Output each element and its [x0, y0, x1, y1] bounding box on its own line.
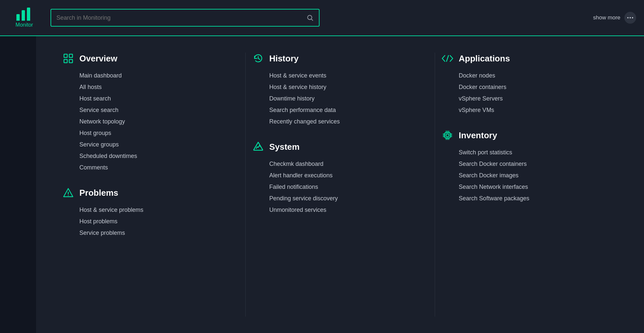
vsphere-servers-link[interactable]: vSphere Servers: [459, 95, 611, 102]
svg-line-1: [311, 19, 313, 20]
overview-title: Overview: [79, 54, 117, 64]
host-problems-link[interactable]: Host problems: [79, 218, 232, 225]
scheduled-downtimes-link[interactable]: Scheduled downtimes: [79, 153, 232, 160]
list-item: Docker nodes: [459, 72, 611, 79]
history-icon: [252, 53, 264, 64]
switch-port-statistics-link[interactable]: Switch port statistics: [459, 149, 611, 156]
pending-service-discovery-link[interactable]: Pending service discovery: [269, 195, 422, 202]
history-title: History: [269, 54, 299, 64]
svg-rect-5: [64, 54, 67, 57]
system-title: System: [269, 142, 300, 152]
applications-title: Applications: [459, 54, 510, 64]
column-overview: Overview Main dashboard All hosts Host s…: [56, 53, 245, 317]
list-item: Service groups: [79, 141, 232, 148]
search-software-packages-link[interactable]: Search Software packages: [459, 195, 611, 202]
vsphere-vms-link[interactable]: vSphere VMs: [459, 107, 611, 114]
list-item: Search Docker containers: [459, 161, 611, 167]
svg-point-3: [630, 17, 631, 18]
section-inventory: Inventory Switch port statistics Search …: [442, 129, 611, 202]
list-item: Search Network interfaces: [459, 184, 611, 190]
list-item: Host problems: [79, 218, 232, 225]
comments-link[interactable]: Comments: [79, 164, 232, 171]
host-search-link[interactable]: Host search: [79, 95, 232, 102]
history-items: Host & service events Host & service his…: [252, 72, 422, 125]
host-service-history-link[interactable]: Host & service history: [269, 84, 422, 91]
problems-header: Problems: [62, 187, 232, 199]
svg-rect-14: [445, 133, 450, 138]
list-item: Unmonitored services: [269, 207, 422, 213]
svg-point-4: [632, 17, 633, 18]
svg-rect-7: [64, 59, 67, 63]
header: Monitor show more: [0, 0, 644, 36]
search-container: [51, 9, 320, 27]
search-docker-images-link[interactable]: Search Docker images: [459, 172, 611, 179]
host-service-problems-link[interactable]: Host & service problems: [79, 207, 232, 213]
list-item: Docker containers: [459, 84, 611, 91]
all-hosts-link[interactable]: All hosts: [79, 84, 232, 91]
alert-handler-executions-link[interactable]: Alert handler executions: [269, 172, 422, 179]
chart-icon: [252, 141, 264, 153]
problems-items: Host & service problems Host problems Se…: [62, 207, 232, 236]
system-items: Checkmk dashboard Alert handler executio…: [252, 161, 422, 213]
checkmk-dashboard-link[interactable]: Checkmk dashboard: [269, 161, 422, 167]
list-item: Failed notifications: [269, 184, 422, 190]
list-item: Search Software packages: [459, 195, 611, 202]
logo-area: Monitor: [8, 8, 41, 28]
recently-changed-services-link[interactable]: Recently changed services: [269, 118, 422, 125]
column-history: History Host & service events Host & ser…: [245, 53, 435, 317]
svg-line-13: [447, 56, 448, 61]
chip-icon: [442, 129, 453, 141]
svg-point-10: [68, 195, 69, 196]
column-applications: Applications Docker nodes Docker contain…: [435, 53, 624, 317]
history-header: History: [252, 53, 422, 64]
network-topology-link[interactable]: Network topology: [79, 118, 232, 125]
search-network-interfaces-link[interactable]: Search Network interfaces: [459, 184, 611, 190]
inventory-title: Inventory: [459, 130, 497, 141]
section-system: System Checkmk dashboard Alert handler e…: [252, 141, 422, 213]
list-item: Search performance data: [269, 107, 422, 114]
service-search-link[interactable]: Service search: [79, 107, 232, 114]
grid-icon: [62, 53, 74, 64]
downtime-history-link[interactable]: Downtime history: [269, 95, 422, 102]
list-item: Service search: [79, 107, 232, 114]
monitor-logo-icon: [16, 8, 32, 21]
host-service-events-link[interactable]: Host & service events: [269, 72, 422, 79]
docker-nodes-link[interactable]: Docker nodes: [459, 72, 611, 79]
search-performance-data-link[interactable]: Search performance data: [269, 107, 422, 114]
list-item: Checkmk dashboard: [269, 161, 422, 167]
list-item: Host & service events: [269, 72, 422, 79]
search-input[interactable]: [56, 14, 304, 21]
section-applications: Applications Docker nodes Docker contain…: [442, 53, 611, 114]
section-history: History Host & service events Host & ser…: [252, 53, 422, 125]
list-item: Pending service discovery: [269, 195, 422, 202]
list-item: Recently changed services: [269, 118, 422, 125]
warning-icon: [62, 187, 74, 199]
inventory-items: Switch port statistics Search Docker con…: [442, 149, 611, 202]
list-item: Host search: [79, 95, 232, 102]
problems-title: Problems: [79, 188, 118, 198]
applications-header: Applications: [442, 53, 611, 64]
main-dashboard-link[interactable]: Main dashboard: [79, 72, 232, 79]
list-item: Network topology: [79, 118, 232, 125]
list-item: Downtime history: [269, 95, 422, 102]
unmonitored-services-link[interactable]: Unmonitored services: [269, 207, 422, 213]
service-problems-link[interactable]: Service problems: [79, 230, 232, 236]
list-item: Comments: [79, 164, 232, 171]
docker-containers-link[interactable]: Docker containers: [459, 84, 611, 91]
show-more-button[interactable]: [624, 12, 636, 24]
search-docker-containers-link[interactable]: Search Docker containers: [459, 161, 611, 167]
svg-rect-15: [446, 134, 449, 137]
svg-point-2: [627, 17, 629, 18]
failed-notifications-link[interactable]: Failed notifications: [269, 184, 422, 190]
list-item: Host & service problems: [79, 207, 232, 213]
svg-line-12: [258, 58, 260, 59]
list-item: Scheduled downtimes: [79, 153, 232, 160]
main-content: Overview Main dashboard All hosts Host s…: [36, 36, 644, 333]
svg-rect-6: [69, 54, 73, 57]
section-overview: Overview Main dashboard All hosts Host s…: [62, 53, 232, 171]
list-item: Host groups: [79, 130, 232, 137]
host-groups-link[interactable]: Host groups: [79, 130, 232, 137]
service-groups-link[interactable]: Service groups: [79, 141, 232, 148]
list-item: vSphere VMs: [459, 107, 611, 114]
applications-items: Docker nodes Docker containers vSphere S…: [442, 72, 611, 114]
